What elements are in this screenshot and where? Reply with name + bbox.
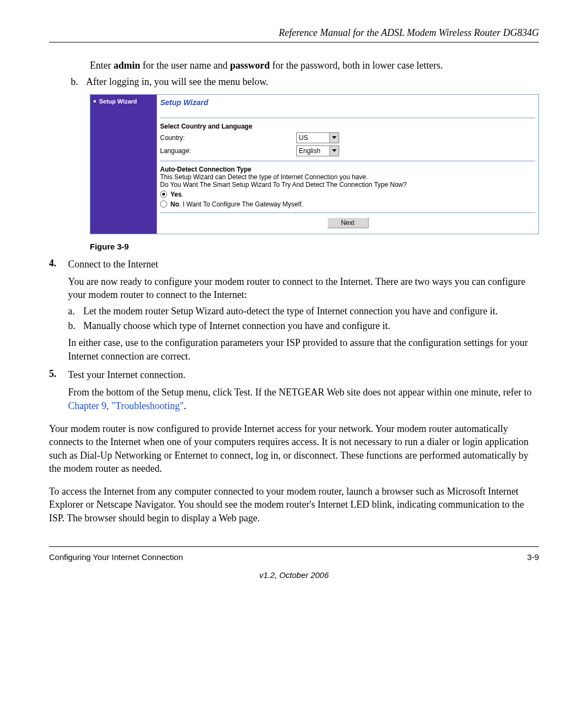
figure-setup-wizard: Setup Wizard Setup Wizard Select Country… — [90, 94, 539, 251]
text: . — [182, 191, 183, 198]
radio-icon — [160, 191, 167, 198]
footer-version: v1.2, October 2006 — [49, 570, 539, 580]
text: for the user name and — [140, 60, 230, 71]
footer-section-title: Configuring Your Internet Connection — [49, 552, 183, 562]
list-marker: b. — [68, 320, 83, 332]
country-value: US — [297, 134, 329, 142]
sub-step-text: After logging in, you will see the menu … — [86, 75, 268, 88]
list-marker: a. — [68, 306, 83, 317]
text: for the password, both in lower case let… — [270, 60, 443, 71]
autodetect-desc1: This Setup Wizard can Detect the type of… — [160, 173, 535, 181]
radio-option-yes[interactable]: Yes. — [160, 191, 535, 198]
admin-word: admin — [113, 60, 140, 71]
sidebar-item-setup-wizard[interactable]: Setup Wizard — [94, 98, 154, 105]
language-label: Language: — [160, 147, 296, 155]
radio-no-label: No — [170, 200, 179, 208]
step-4a: a. Let the modem router Setup Wizard aut… — [68, 306, 539, 317]
step-5-title: Test your Internet connection. — [68, 368, 539, 381]
step-4a-text: Let the modem router Setup Wizard auto-d… — [83, 306, 498, 317]
country-select[interactable]: US — [296, 132, 339, 143]
body-paragraph-2: To access the Internet from any computer… — [49, 485, 539, 525]
divider — [160, 212, 535, 213]
autodetect-desc2: Do You Want The Smart Setup Wizard To Tr… — [160, 181, 535, 188]
text: . — [184, 400, 187, 411]
figure-caption: Figure 3-9 — [90, 242, 539, 251]
list-marker: b. — [71, 75, 86, 88]
section-auto-detect: Auto-Detect Connection Type — [160, 166, 535, 173]
page-number: 3-9 — [527, 552, 539, 562]
step-4-para2: In either case, use to the configuration… — [68, 336, 539, 363]
step-number-4: 4. — [49, 258, 68, 271]
router-main-panel: Setup Wizard Select Country and Language… — [157, 95, 538, 234]
link-troubleshooting[interactable]: Chapter 9, "Troubleshooting" — [68, 400, 184, 411]
radio-no-rest: . I Want To Configure The Gateway Myself… — [179, 200, 303, 208]
sub-step-b: b. After logging in, you will see the me… — [71, 75, 539, 88]
radio-yes-label: Yes — [170, 191, 182, 198]
panel-title: Setup Wizard — [160, 98, 535, 107]
divider — [160, 118, 535, 118]
chevron-down-icon — [329, 133, 339, 143]
step-5-para: From the bottom of the Setup menu, click… — [68, 386, 539, 412]
login-instruction: Enter admin for the user name and passwo… — [90, 59, 539, 72]
sidebar-item-label: Setup Wizard — [99, 98, 137, 105]
step-4b: b. Manually choose which type of Interne… — [68, 320, 539, 332]
country-label: Country: — [160, 134, 296, 142]
language-value: English — [297, 147, 329, 155]
page-header-title: Reference Manual for the ADSL Modem Wire… — [49, 27, 539, 39]
body-paragraph-1: Your modem router is now configured to p… — [49, 422, 539, 475]
text: Enter — [90, 60, 113, 71]
text: From the bottom of the Setup menu, click… — [68, 387, 531, 398]
router-sidebar: Setup Wizard — [90, 95, 157, 234]
divider — [160, 161, 535, 161]
radio-option-no[interactable]: No. I Want To Configure The Gateway Myse… — [160, 200, 535, 208]
next-button[interactable]: Next — [327, 217, 369, 228]
bullet-icon — [94, 100, 96, 102]
radio-icon — [160, 200, 167, 208]
step-4-title: Connect to the Internet — [68, 258, 539, 271]
section-country-language: Select Country and Language — [160, 123, 535, 130]
step-number-5: 5. — [49, 368, 68, 381]
chevron-down-icon — [329, 146, 339, 156]
step-4-para1: You are now ready to configure your mode… — [68, 275, 539, 302]
footer-rule — [49, 546, 539, 547]
password-word: password — [230, 60, 270, 71]
header-rule — [49, 42, 539, 42]
step-4b-text: Manually choose which type of Internet c… — [83, 320, 390, 332]
language-select[interactable]: English — [296, 145, 339, 156]
